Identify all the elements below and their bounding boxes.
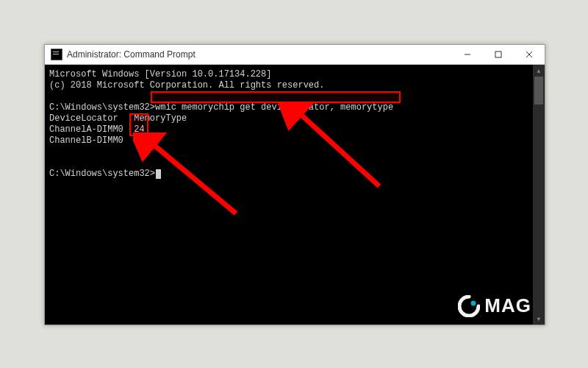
vertical-scrollbar[interactable]: ▲ ▼ [533,65,545,325]
row2-devicelocator: ChannelB-DIMM0 [49,135,123,146]
watermark: MAG [458,294,531,317]
command-text: wmic memorychip get devicelocator, memor… [155,102,393,113]
prompt-2: C:\Windows\system32> [49,169,155,179]
scroll-down-icon[interactable]: ▼ [533,313,545,325]
row2-memorytype: 24 [134,135,144,146]
row1-memorytype: 24 [134,124,144,135]
svg-rect-1 [495,52,501,57]
command-prompt-window: Administrator: Command Prompt Microsoft … [44,44,545,325]
svg-point-8 [471,300,476,305]
minimize-button[interactable] [452,45,483,64]
cursor [156,169,161,179]
scroll-up-icon[interactable]: ▲ [533,65,545,77]
close-button[interactable] [514,45,545,64]
terminal-area: Microsoft Windows [Version 10.0.17134.22… [45,65,545,325]
scroll-thumb[interactable] [534,77,543,105]
column-header-memorytype: MemoryType [134,113,187,124]
titlebar[interactable]: Administrator: Command Prompt [45,45,545,65]
watermark-logo-icon [458,295,480,317]
banner-line-1: Microsoft Windows [Version 10.0.17134.22… [49,69,271,79]
prompt-1: C:\Windows\system32> [49,102,155,113]
terminal-output[interactable]: Microsoft Windows [Version 10.0.17134.22… [45,65,533,325]
watermark-text: MAG [484,294,531,317]
maximize-button[interactable] [483,45,514,64]
row1-devicelocator: ChannelA-DIMM0 [49,124,123,135]
column-header-devicelocator: DeviceLocator [49,113,118,124]
banner-line-2: (c) 2018 Microsoft Corporation. All righ… [49,80,324,91]
window-title: Administrator: Command Prompt [67,49,196,60]
cmd-icon [51,49,62,60]
